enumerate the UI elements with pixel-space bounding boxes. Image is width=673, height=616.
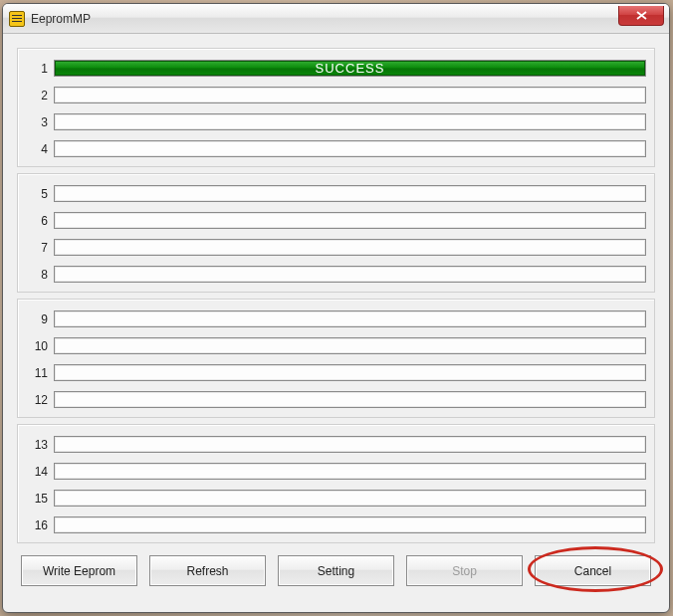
setting-button[interactable]: Setting — [278, 555, 394, 586]
slot-group-1: 1 SUCCESS 2 3 4 — [17, 48, 655, 167]
slot-index: 10 — [26, 339, 54, 353]
slot-progress-4 — [54, 140, 646, 157]
titlebar[interactable]: EepromMP — [3, 4, 669, 34]
slot-row: 2 — [26, 82, 646, 108]
slot-row: 1 SUCCESS — [26, 55, 646, 82]
slot-progress-11 — [54, 364, 646, 381]
slot-row: 4 — [26, 135, 646, 162]
slot-progress-14 — [54, 463, 646, 480]
button-row: Write Eeprom Refresh Setting Stop Cancel — [17, 549, 655, 586]
slot-index: 9 — [26, 312, 54, 326]
write-eeprom-button[interactable]: Write Eeprom — [21, 555, 137, 586]
slot-progress-8 — [54, 266, 646, 283]
cancel-button[interactable]: Cancel — [535, 555, 651, 586]
slot-status-label: SUCCESS — [55, 61, 645, 76]
slot-index: 4 — [26, 142, 54, 156]
slot-row: 8 — [26, 261, 646, 288]
slot-progress-9 — [54, 310, 646, 327]
slot-index: 13 — [26, 438, 54, 452]
slot-row: 5 — [26, 180, 646, 207]
window-title: EepromMP — [31, 12, 91, 26]
slot-index: 15 — [26, 492, 54, 506]
slot-index: 2 — [26, 89, 54, 103]
app-icon — [9, 11, 25, 27]
slot-progress-10 — [54, 337, 646, 354]
slot-row: 6 — [26, 207, 646, 234]
slot-progress-15 — [54, 490, 646, 507]
slot-group-2: 5 6 7 8 — [17, 173, 655, 293]
slot-index: 14 — [26, 465, 54, 479]
slot-row: 14 — [26, 458, 646, 485]
refresh-button[interactable]: Refresh — [149, 555, 266, 586]
slot-index: 8 — [26, 268, 54, 282]
slot-progress-6 — [54, 212, 646, 229]
slot-index: 12 — [26, 393, 54, 407]
slot-progress-3 — [54, 113, 646, 130]
slot-row: 7 — [26, 234, 646, 261]
slot-progress-12 — [54, 391, 646, 408]
close-icon — [636, 11, 647, 20]
slot-row: 12 — [26, 386, 646, 413]
slot-progress-5 — [54, 185, 646, 202]
slot-row: 10 — [26, 332, 646, 359]
slot-group-3: 9 10 11 12 — [17, 299, 655, 418]
slot-group-4: 13 14 15 16 — [17, 424, 655, 543]
slot-index: 11 — [26, 366, 54, 380]
close-button[interactable] — [618, 6, 664, 26]
slot-progress-16 — [54, 516, 646, 533]
slot-index: 1 — [26, 62, 54, 76]
slot-index: 6 — [26, 214, 54, 228]
slot-index: 5 — [26, 187, 54, 201]
slot-row: 9 — [26, 306, 646, 332]
stop-button: Stop — [406, 555, 523, 586]
slot-index: 16 — [26, 518, 54, 532]
slot-row: 3 — [26, 108, 646, 135]
slot-row: 15 — [26, 485, 646, 512]
slot-index: 7 — [26, 241, 54, 255]
client-area: 1 SUCCESS 2 3 4 5 — [3, 34, 669, 600]
slot-progress-13 — [54, 436, 646, 453]
slot-row: 13 — [26, 431, 646, 458]
slot-row: 11 — [26, 359, 646, 386]
app-window: EepromMP 1 SUCCESS 2 3 — [2, 3, 670, 613]
slot-progress-1: SUCCESS — [54, 60, 646, 77]
slot-row: 16 — [26, 512, 646, 538]
slot-progress-2 — [54, 87, 646, 103]
slot-index: 3 — [26, 115, 54, 129]
slot-progress-7 — [54, 239, 646, 256]
